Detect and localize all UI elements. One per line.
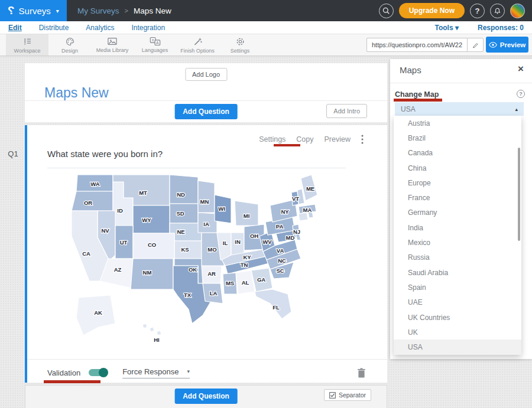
map-option-china[interactable]: China — [394, 161, 521, 175]
add-logo-button[interactable]: Add Logo — [185, 68, 227, 81]
add-question-strip: Add Question Separator — [25, 385, 387, 408]
map-option-europe[interactable]: Europe — [394, 175, 521, 190]
add-question-button-top[interactable]: Add Question — [174, 104, 238, 119]
survey-header-footer: Add Question Add Intro — [25, 100, 387, 122]
state-nd[interactable] — [170, 175, 198, 204]
state-label-in: IN — [235, 239, 241, 245]
state-hi[interactable] — [150, 327, 154, 332]
question-menu-button[interactable] — [361, 135, 364, 144]
upgrade-now-button[interactable]: Upgrade Now — [399, 3, 465, 18]
state-label-al: AL — [242, 279, 249, 286]
add-question-button-bottom[interactable]: Add Question — [174, 389, 238, 404]
toolbar-workspace[interactable]: Workspace — [6, 34, 48, 56]
close-icon[interactable]: × — [518, 63, 524, 75]
tab-integration[interactable]: Integration — [131, 24, 165, 32]
help-button[interactable]: ? — [470, 4, 485, 18]
validation-label: Validation — [47, 368, 80, 377]
map-options-list: AustriaBrazilCanadaChinaEuropeFranceGerm… — [394, 116, 521, 355]
map-option-spain[interactable]: Spain — [394, 280, 521, 295]
separator-toggle[interactable]: Separator — [324, 389, 371, 401]
map-option-uae[interactable]: UAE — [394, 295, 521, 310]
edit-url-button[interactable] — [467, 38, 484, 52]
state-label-il: IL — [223, 240, 228, 246]
bell-icon — [494, 7, 501, 15]
state-hi[interactable] — [142, 324, 147, 328]
validation-toggle[interactable] — [89, 369, 107, 376]
map-option-germany[interactable]: Germany — [394, 205, 521, 220]
state-wy[interactable] — [133, 205, 170, 233]
tab-edit[interactable]: Edit — [8, 24, 22, 32]
map-option-mexico[interactable]: Mexico — [394, 235, 521, 250]
responses-count[interactable]: Responses: 0 — [478, 24, 524, 32]
map-option-usa[interactable]: USA — [394, 340, 521, 354]
selected-map-value: USA — [401, 105, 416, 113]
kebab-menu-icon — [361, 135, 364, 144]
question-action-settings[interactable]: Settings — [259, 135, 286, 143]
notifications-button[interactable] — [490, 4, 505, 18]
tab-analytics[interactable]: Analytics — [86, 24, 114, 32]
search-button[interactable] — [379, 4, 394, 18]
state-label-hi: HI — [154, 337, 160, 343]
product-name: Surveys — [19, 6, 51, 16]
state-label-ar: AR — [207, 270, 216, 277]
tab-distribute[interactable]: Distribute — [39, 24, 69, 32]
question-number: Q1 — [4, 149, 22, 158]
state-label-ut: UT — [120, 239, 128, 246]
breadcrumb-my-surveys[interactable]: My Surveys — [77, 6, 119, 15]
state-nm[interactable] — [131, 259, 173, 289]
toolbar-languages[interactable]: xALanguages — [134, 34, 176, 56]
add-intro-button[interactable]: Add Intro — [326, 104, 367, 118]
tools-menu[interactable]: Tools ▾ — [434, 24, 458, 32]
map-option-saudi-arabia[interactable]: Saudi Arabia — [394, 265, 521, 280]
survey-url-input[interactable] — [366, 38, 467, 52]
top-header-bar: ? Surveys ▾ My Surveys > Maps New Upgrad… — [0, 0, 532, 21]
change-map-help-icon[interactable]: ? — [517, 90, 525, 98]
question-footer: Validation Force Response ▾ — [47, 363, 366, 383]
state-label-ok: OK — [189, 266, 197, 273]
state-label-vt: VT — [292, 195, 299, 202]
product-switcher[interactable]: ? Surveys ▾ — [0, 0, 67, 21]
question-text[interactable]: What state were you born in? — [47, 149, 346, 168]
map-option-canada[interactable]: Canada — [394, 146, 521, 161]
map-option-uk-countries[interactable]: UK Countries — [394, 310, 521, 325]
state-label-ne: NE — [177, 229, 184, 235]
force-response-dropdown[interactable]: Force Response ▾ — [122, 367, 190, 378]
state-hi[interactable] — [157, 331, 161, 335]
map-option-brazil[interactable]: Brazil — [394, 130, 521, 145]
toolbar-settings[interactable]: Settings — [219, 34, 261, 56]
toolbar-media-library[interactable]: Media Library — [91, 34, 134, 56]
map-option-india[interactable]: India — [394, 220, 521, 235]
preview-button[interactable]: Preview — [486, 37, 528, 53]
map-select[interactable]: USA ▴ — [395, 102, 524, 116]
eye-icon — [489, 42, 497, 48]
state-ct[interactable] — [299, 213, 308, 221]
survey-url-group — [366, 38, 484, 52]
state-label-wv: WV — [262, 239, 272, 245]
question-action-preview[interactable]: Preview — [325, 135, 351, 143]
toolbar-design[interactable]: Design — [48, 34, 91, 56]
toolbar-finish-options[interactable]: Finish Options — [176, 34, 219, 56]
toggle-knob — [99, 368, 108, 377]
map-option-uk[interactable]: UK — [394, 325, 521, 340]
survey-title[interactable]: Maps New — [44, 85, 109, 101]
question-action-copy[interactable]: Copy — [296, 135, 313, 143]
state-label-md: MD — [286, 234, 295, 241]
state-label-co: CO — [148, 241, 156, 248]
delete-question-button[interactable] — [357, 368, 366, 378]
header-actions: Upgrade Now ? — [379, 3, 532, 18]
state-mn[interactable] — [198, 181, 215, 213]
map-option-france[interactable]: France — [394, 190, 521, 205]
dropdown-scrollbar[interactable] — [518, 148, 520, 241]
map-option-austria[interactable]: Austria — [394, 116, 521, 130]
toolbar-item-label: Media Library — [96, 47, 129, 53]
annotation-underline-change-map — [394, 99, 442, 102]
search-icon — [382, 6, 390, 15]
questionpro-logo-icon: ? — [8, 4, 15, 17]
annotation-underline-validation — [44, 380, 100, 383]
user-avatar[interactable] — [510, 4, 525, 18]
toolbar-item-label: Workspace — [14, 48, 41, 54]
annotation-underline-settings — [274, 144, 300, 146]
state-label-ky: KY — [243, 254, 251, 260]
map-option-russia[interactable]: Russia — [394, 250, 521, 265]
state-label-oh: OH — [250, 233, 258, 239]
